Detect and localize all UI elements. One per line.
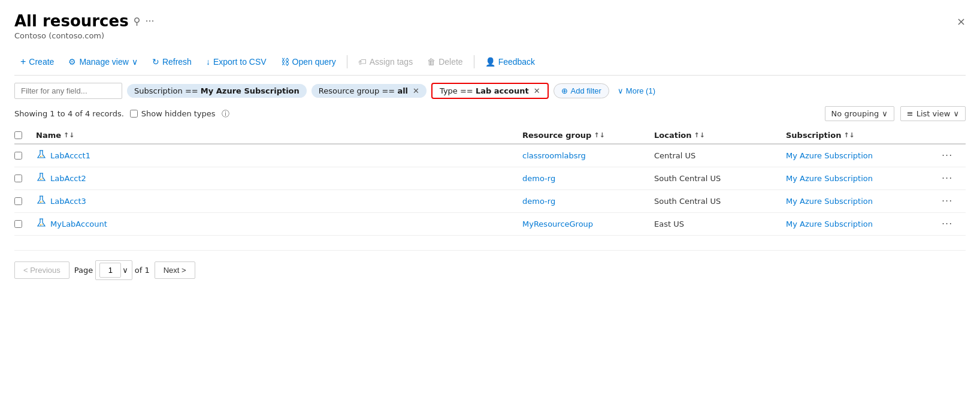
delete-button[interactable]: 🗑 Delete [421,54,468,70]
row-1-location-cell: South Central US [654,174,786,183]
toolbar: + Create ⚙ Manage view ∨ ↻ Refresh ↓ Exp… [14,49,966,76]
subscription-filter-chip: Subscription == My Azure Subscription [127,84,307,98]
add-filter-button[interactable]: ⊕ Add filter [553,83,609,98]
close-button[interactable]: × [957,15,966,28]
row-1-more-button[interactable]: ··· [942,173,952,184]
row-3-rg-cell: MyResourceGroup [522,219,654,228]
svg-point-6 [40,224,41,225]
more-filters-button[interactable]: ∨ More (1) [614,84,659,98]
refresh-icon: ↻ [152,57,159,67]
resources-table: Name ↑↓ Resource group ↑↓ Location ↑↓ Su… [14,127,966,236]
previous-button[interactable]: < Previous [14,261,69,279]
row-3-more-cell: ··· [942,218,966,230]
row-1-checkbox[interactable] [14,175,22,182]
row-3-more-button[interactable]: ··· [942,218,952,230]
name-column-header[interactable]: Name ↑↓ [36,131,522,140]
tag-icon: 🏷 [358,57,367,67]
row-2-subscription-cell: My Azure Subscription [786,197,942,206]
of-label: of 1 [135,266,150,275]
table-row: LabAccct1 classroomlabsrg Central US My … [14,145,966,167]
subscription-column-header[interactable]: Subscription ↑↓ [786,131,942,140]
manage-view-button[interactable]: ⚙ Manage view ∨ [62,54,144,70]
row-0-subscription-cell: My Azure Subscription [786,151,942,160]
subscription-chip-label: Subscription == My Azure Subscription [134,86,300,95]
select-all-checkbox[interactable] [14,131,22,139]
page-subtitle: Contoso (contoso.com) [14,31,966,40]
row-3-subscription-cell: My Azure Subscription [786,219,942,228]
controls-row: Showing 1 to 4 of 4 records. Show hidden… [14,106,966,121]
row-1-subscription-cell: My Azure Subscription [786,174,942,183]
page-header: All resources ⚲ ··· × [14,12,966,30]
refresh-button[interactable]: ↻ Refresh [146,54,198,70]
row-3-rg-link[interactable]: MyResourceGroup [522,219,593,228]
assign-tags-button[interactable]: 🏷 Assign tags [352,54,419,70]
show-hidden-types-label[interactable]: Show hidden types [130,109,216,118]
row-0-checkbox-cell [14,152,36,160]
type-filter-chip: Type == Lab account ✕ [431,83,549,99]
type-chip-label: Type == Lab account [440,86,529,95]
page-dropdown[interactable]: ∨ [95,260,132,280]
create-icon: + [20,56,26,67]
resource-group-chip-close[interactable]: ✕ [413,86,419,95]
open-query-button[interactable]: ⛓ Open query [275,54,342,70]
row-2-name-link[interactable]: LabAcct3 [50,197,86,206]
location-column-header[interactable]: Location ↑↓ [654,131,786,140]
row-2-more-button[interactable]: ··· [942,196,952,207]
name-sort-icon: ↑↓ [63,131,74,139]
row-3-subscription-link[interactable]: My Azure Subscription [786,219,873,228]
page-number-input[interactable] [99,263,121,278]
svg-point-5 [42,201,43,202]
gear-icon: ⚙ [68,57,76,67]
query-icon: ⛓ [281,57,289,67]
grouping-chevron-icon: ∨ [882,109,888,118]
row-0-more-button[interactable]: ··· [942,150,952,161]
row-1-checkbox-cell [14,175,36,182]
row-1-rg-link[interactable]: demo-rg [522,174,555,183]
select-all-header [14,131,36,140]
right-controls: No grouping ∨ ≡ List view ∨ [825,106,966,121]
page-title: All resources [14,12,129,30]
row-2-location-cell: South Central US [654,197,786,206]
table-header: Name ↑↓ Resource group ↑↓ Location ↑↓ Su… [14,127,966,145]
row-0-subscription-link[interactable]: My Azure Subscription [786,151,873,160]
row-3-name-cell: MyLabAccount [36,218,522,230]
row-2-rg-cell: demo-rg [522,197,654,206]
row-0-rg-link[interactable]: classroomlabsrg [522,151,586,160]
subscription-sort-icon: ↑↓ [843,131,854,139]
next-button[interactable]: Next > [155,261,195,279]
filter-row: Subscription == My Azure Subscription Re… [14,83,966,99]
lab-icon-0 [36,149,47,162]
export-csv-button[interactable]: ↓ Export to CSV [200,54,273,70]
view-select[interactable]: ≡ List view ∨ [900,106,966,121]
pin-icon[interactable]: ⚲ [134,16,141,27]
row-0-rg-cell: classroomlabsrg [522,151,654,160]
ellipsis-icon[interactable]: ··· [145,16,154,27]
row-1-subscription-link[interactable]: My Azure Subscription [786,174,873,183]
row-2-more-cell: ··· [942,196,966,207]
create-button[interactable]: + Create [14,53,60,70]
view-chevron-icon: ∨ [953,109,959,118]
svg-point-7 [42,224,43,225]
row-2-subscription-link[interactable]: My Azure Subscription [786,197,873,206]
show-hidden-types-checkbox[interactable] [130,110,138,118]
row-0-checkbox[interactable] [14,152,22,160]
row-0-name-cell: LabAccct1 [36,149,522,162]
type-chip-close[interactable]: ✕ [534,86,540,95]
filter-input[interactable] [14,83,122,99]
export-icon: ↓ [206,57,210,67]
row-2-rg-link[interactable]: demo-rg [522,197,555,206]
feedback-button[interactable]: 👤 Feedback [479,54,541,70]
delete-icon: 🗑 [427,57,435,67]
toolbar-separator [347,55,347,68]
location-sort-icon: ↑↓ [694,131,705,139]
row-3-location-cell: East US [654,219,786,228]
row-1-name-link[interactable]: LabAcct2 [50,174,86,183]
svg-point-0 [40,156,41,157]
row-2-checkbox[interactable] [14,197,22,205]
row-3-name-link[interactable]: MyLabAccount [50,219,107,228]
resource-group-column-header[interactable]: Resource group ↑↓ [522,131,654,140]
row-2-checkbox-cell [14,197,36,205]
row-0-name-link[interactable]: LabAccct1 [50,151,90,160]
grouping-select[interactable]: No grouping ∨ [825,106,894,121]
row-3-checkbox[interactable] [14,220,22,228]
